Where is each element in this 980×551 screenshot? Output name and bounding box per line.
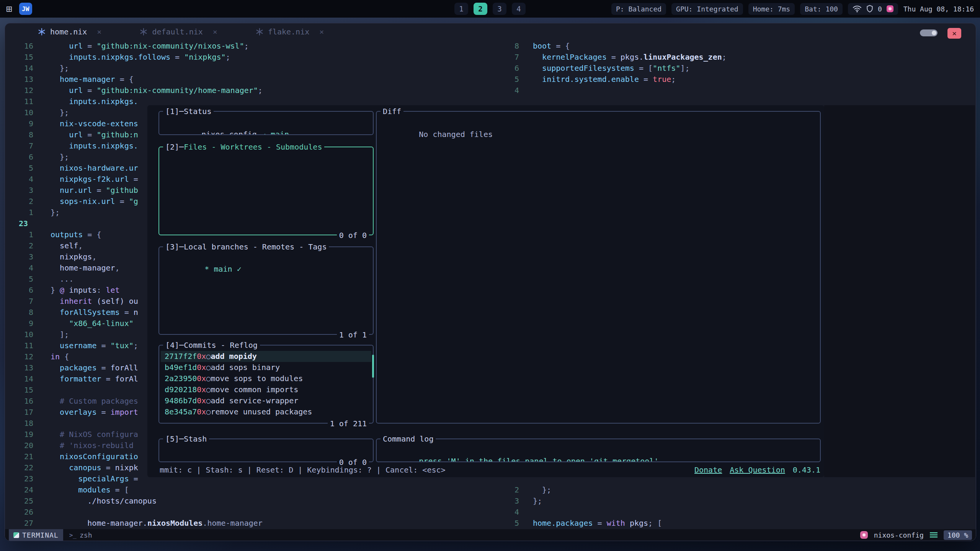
prompt-icon: >_ (69, 531, 77, 539)
line-number: 6 (502, 64, 519, 73)
line-number: 7 (16, 141, 33, 150)
tab-close-icon[interactable]: × (213, 27, 217, 36)
terminal-window: home.nix×default.nix×flake.nix× × 16 url… (5, 23, 976, 541)
commit-row[interactable]: 9486b7d 0x ○ add service-wrapper (161, 395, 371, 406)
branches-count: 1 of 1 (337, 329, 369, 340)
line-number: 23 (16, 474, 33, 483)
shield-icon[interactable] (866, 5, 873, 13)
app-launcher-icon[interactable]: ⊞ (6, 4, 12, 14)
line-number: 8 (16, 308, 33, 317)
workspace-button-3[interactable]: 3 (493, 3, 506, 15)
code-line: 22 canopus = nixpk (16, 462, 138, 473)
commit-row[interactable]: b49ef1d 0x ○ add sops binary (161, 362, 371, 373)
user-logo[interactable]: JW (19, 3, 32, 15)
branch-item[interactable]: * main ✓ (200, 264, 241, 274)
scroll-percent: 100 % (944, 530, 972, 540)
donate-link[interactable]: Donate (694, 465, 722, 474)
commit-author: 0x (197, 373, 206, 384)
commit-graph-node: ○ (206, 395, 211, 406)
code-line: 6} @ inputs: let (16, 284, 120, 295)
nix-icon (38, 28, 46, 36)
menu-bars-icon (930, 532, 938, 538)
line-number: 3 (502, 496, 519, 505)
workspace-button-4[interactable]: 4 (512, 3, 526, 15)
code-line: 27 home-manager.nixosModules.home-manage… (16, 517, 263, 528)
line-number: 8 (16, 130, 33, 139)
color-picker-icon[interactable] (887, 5, 893, 12)
panel-files-title: [2]─Files - Worktrees - Submodules (163, 141, 324, 152)
panel-branches[interactable]: [3]─Local branches - Remotes - Tags * ma… (158, 246, 374, 335)
commits-count: 1 of 211 (328, 418, 369, 429)
line-number: 3 (16, 186, 33, 195)
commit-hash: b49ef1d (165, 362, 197, 373)
commits-scrollbar[interactable] (372, 355, 374, 378)
line-number: 4 (16, 263, 33, 272)
line-number: 16 (16, 41, 33, 51)
shell-tab[interactable]: >_ zsh (69, 531, 92, 539)
code-line: 2 self, (16, 240, 83, 251)
statusline-right: nixos-config 100 % (860, 529, 972, 541)
code-line: 8boot = { (502, 40, 570, 51)
workspace-switcher: 1234 (454, 3, 526, 15)
tab-default.nix[interactable]: default.nix× (140, 27, 217, 36)
code-line: 3 nixpkgs, (16, 251, 96, 262)
line-number: 16 (16, 396, 33, 406)
code-line: 10 }; (16, 107, 69, 118)
window-close-button[interactable]: × (947, 28, 961, 39)
panel-diff[interactable]: Diff No changed files (376, 111, 821, 424)
line-number: 19 (16, 430, 33, 439)
code-line: 13 home-manager = { (16, 73, 134, 85)
files-count: 0 of 0 (337, 230, 369, 241)
code-line: 14 formatter = forAl (16, 373, 138, 384)
terminal-mode-tab[interactable]: TERMINAL (9, 529, 63, 541)
tab-close-icon[interactable]: × (97, 27, 101, 36)
commit-row[interactable]: 2717f2f 0x ○ add mopidy (161, 351, 371, 362)
status-chip-2: Home: 7ms (748, 3, 795, 15)
commit-row[interactable]: 8e345a7 0x ○ remove unused packages (161, 406, 371, 417)
panel-stash[interactable]: [5]─Stash 0 of 0 (158, 439, 374, 462)
statusline: TERMINAL >_ zsh nixos-config 100 % (5, 529, 976, 541)
commit-message: remove unused packages (211, 406, 312, 417)
code-line: 12 url = "github:nix-community/home-mana… (16, 85, 263, 96)
repo-icon (860, 531, 868, 539)
commit-author: 0x (197, 406, 206, 417)
commit-message: add mopidy (211, 351, 256, 362)
window-toggle[interactable] (920, 29, 938, 36)
panel-title-text: Files (184, 142, 207, 152)
code-line: 21 nixosConfiguratio (16, 451, 138, 462)
mode-label: TERMINAL (22, 531, 59, 539)
line-number: 9 (16, 119, 33, 128)
line-number: 8 (502, 41, 519, 51)
line-number: 12 (16, 86, 33, 95)
commit-author: 0x (197, 362, 206, 373)
code-line: 4 (502, 506, 533, 517)
line-number: 5 (16, 274, 33, 284)
code-line: 3 nur.url = "github (16, 184, 138, 196)
commit-row[interactable]: 2a23950 0x ○ move sops to modules (161, 373, 371, 384)
status-chip-0: P: Balanced (611, 3, 666, 15)
workspace-button-2[interactable]: 2 (474, 3, 487, 15)
tab-flake.nix[interactable]: flake.nix× (256, 27, 324, 36)
panel-files[interactable]: [2]─Files - Worktrees - Submodules 0 of … (158, 147, 374, 235)
line-number: 7 (502, 52, 519, 62)
panel-number: [2]─ (165, 142, 184, 152)
keybinding-hints: mmit: c | Stash: s | Reset: D | Keybindi… (160, 465, 446, 474)
nix-icon (140, 28, 147, 36)
panel-status[interactable]: [1]─Status nixos-config → main (158, 111, 374, 135)
line-number: 7 (16, 297, 33, 306)
line-number: 2 (502, 485, 519, 494)
tab-home.nix[interactable]: home.nix× (38, 27, 101, 36)
panel-commits[interactable]: [4]─Commits - Reflog 2717f2f 0x ○ add mo… (158, 345, 374, 424)
commit-message: add service-wrapper (211, 395, 298, 406)
code-line: 9 nix-vscode-extens (16, 118, 138, 129)
tab-close-icon[interactable]: × (319, 27, 324, 36)
panel-command-log[interactable]: Command log press 'M' in the files panel… (376, 439, 821, 462)
commit-hash: 9486b7d (165, 395, 197, 406)
commit-row[interactable]: d920218 0x ○ move common imports (161, 384, 371, 395)
shell-label: zsh (80, 531, 92, 539)
line-number: 13 (16, 363, 33, 372)
wifi-icon[interactable] (853, 5, 862, 13)
workspace-button-1[interactable]: 1 (454, 3, 468, 15)
ask-question-link[interactable]: Ask Question (730, 465, 785, 474)
top-status-bar: ⊞ JW 1234 P: BalancedGPU: IntegratedHome… (0, 0, 980, 18)
